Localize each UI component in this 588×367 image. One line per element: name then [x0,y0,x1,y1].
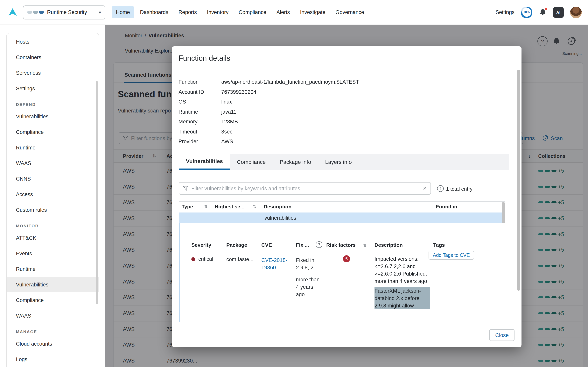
col-cve-description: Description [374,242,403,248]
nav-item[interactable]: Inventory [203,6,233,18]
sidebar-item[interactable]: Compliance [7,292,99,308]
sidebar-item[interactable]: Serverless [7,65,99,81]
product-switcher[interactable]: Runtime Security ▾ [23,5,105,19]
total-entries-label: 1 total entry [446,186,473,192]
col-severity: Severity [191,242,211,248]
field-row: Memory 128MB [178,117,359,127]
sidebar-item[interactable]: CNNS [7,171,99,186]
field-label: Function [178,79,221,85]
sidebar-item[interactable]: Events [7,246,99,261]
field-value: aws/ap-northeast-1/lambda_function_paedm… [221,79,359,85]
fix-status: Fixed in: 2.9.8, 2.... [296,257,322,271]
severity-label: critical [198,256,213,262]
usage-ring[interactable]: 78% [521,6,532,18]
field-label: Timeout [178,129,221,135]
nav-item[interactable]: Compliance [234,6,271,18]
sidebar-item[interactable]: Access [7,186,99,202]
function-fields: Function aws/ap-northeast-1/lambda_funct… [178,77,359,147]
sidebar-item[interactable]: Logs [7,351,99,367]
risk-factors-badge[interactable]: 5 [343,255,350,262]
field-label: Runtime [178,109,221,115]
filter-help-icon[interactable]: ? [437,185,444,192]
modal-title: Function details [178,54,230,63]
vulnerabilities-filter[interactable]: × [179,182,431,195]
modal-tab[interactable]: Compliance [230,154,273,170]
field-row: Provider AWS [178,137,359,147]
field-label: OS [178,99,221,105]
settings-link[interactable]: Settings [495,9,515,15]
sidebar-item[interactable]: Custom rules [7,202,99,217]
chevron-down-icon: ▾ [99,9,101,15]
nav-item[interactable]: Reports [174,6,201,18]
package-cell: com.faste... [226,257,259,262]
ai-copilot-button[interactable]: AI [553,7,564,18]
col-fix: Fix ... [296,242,309,248]
sidebar-scrollbar[interactable] [96,81,98,304]
fix-help-icon[interactable]: ? [316,241,322,248]
sidebar-item[interactable]: MONITOR [7,217,99,230]
nav-item[interactable]: Home [112,6,134,18]
selected-vulnerability-row[interactable]: vulnerabilities [179,212,505,223]
sidebar-item[interactable]: Containers [7,50,99,65]
sidebar-item[interactable]: WAAS [7,155,99,171]
nav-item[interactable]: Dashboards [136,6,173,18]
sidebar-item[interactable]: Compliance [7,124,99,140]
col-type[interactable]: Type [182,204,193,209]
modal-tab[interactable]: Vulnerabilities [179,154,230,170]
cve-description-p2: FasterXML jackson-databind 2.x before 2.… [374,287,430,309]
sort-icon[interactable]: ⇅ [204,204,208,209]
application-root: Runtime Security ▾ Home Dashboards Repor… [0,0,588,367]
selected-row-text: vulnerabilities [265,215,296,221]
user-avatar[interactable] [570,6,582,18]
cve-detail-panel: Severity Package CVE Fix ... ? Risk fact… [179,223,505,322]
vulnerabilities-filter-input[interactable] [191,185,420,191]
col-package: Package [226,242,247,248]
modal-scrollbar[interactable] [517,70,520,291]
modal-tab[interactable]: Package info [273,154,318,170]
close-button[interactable]: Close [489,329,515,341]
fix-age: more than 4 years ago [296,276,322,298]
sidebar-item[interactable]: WAAS [7,308,99,323]
sidebar-items: Hosts Containers Serverless Settings DEF… [7,34,99,367]
sidebar-item[interactable]: DEFEND [7,96,99,108]
field-label: Provider [178,139,221,145]
sidebar-item[interactable]: Runtime [7,261,99,277]
nav-item[interactable]: Investigate [296,6,330,18]
modal-tabs: Vulnerabilities Compliance Package info … [179,154,509,170]
field-row: Runtime java11 [178,107,359,117]
usage-percent: 78% [522,8,531,17]
sidebar-item[interactable]: ATT&CK [7,230,99,246]
sidebar-item[interactable]: Settings [7,81,99,96]
field-value: java11 [221,109,236,115]
cve-description-cell: Impacted versions: <=2.6.7.2,2.6 and >=2… [374,255,430,309]
sort-icon[interactable]: ⇅ [363,243,367,248]
col-description: Description [264,204,291,209]
sidebar-item[interactable]: Cloud accounts [7,336,99,351]
sidebar-item[interactable]: Hosts [7,34,99,50]
col-risk-factors[interactable]: Risk factors [326,242,356,248]
vulnerabilities-table-scrollbar[interactable] [502,202,505,225]
col-highest-severity[interactable]: Highest se... [215,204,244,209]
field-row: Timeout 3sec [178,127,359,137]
cve-link[interactable]: CVE-2018-19360 [261,257,292,271]
field-label: Account ID [178,89,221,95]
clear-filter-icon[interactable]: × [423,185,427,192]
add-tags-to-cve-button[interactable]: Add Tags to CVE [428,251,474,259]
notification-dot [544,7,548,10]
sidebar-item[interactable]: Vulnerabilities [7,108,99,124]
main-nav: Home Dashboards Reports Inventory Compli… [112,6,369,18]
nav-item[interactable]: Governance [331,6,368,18]
field-value: 3sec [221,129,232,135]
nav-item[interactable]: Alerts [272,6,294,18]
notifications-button[interactable] [539,8,547,16]
severity-cell: critical [191,256,213,262]
sidebar-item[interactable]: MANAGE [7,323,99,336]
sidebar-item[interactable]: Runtime [7,140,99,155]
fix-cell: Fixed in: 2.9.8, 2.... more than 4 years… [296,257,322,298]
sort-icon[interactable]: ⇅ [253,204,256,209]
field-value: linux [221,99,232,105]
field-value: AWS [221,139,233,145]
modal-tab[interactable]: Layers info [318,154,359,170]
sidebar-item[interactable]: Vulnerabilities [7,277,99,292]
function-details-modal: Function details Function aws/ap-northea… [172,46,522,347]
